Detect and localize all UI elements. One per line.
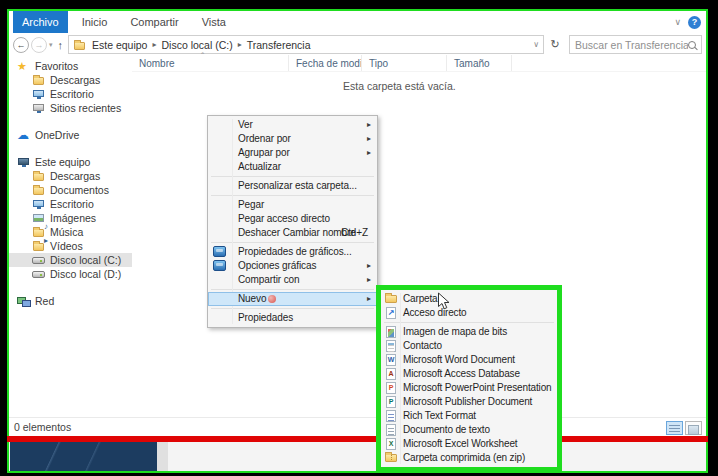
submenu-item-word[interactable]: WMicrosoft Word Document (381, 353, 557, 367)
menu-separator (384, 322, 554, 323)
menu-item-compartir-con[interactable]: Compartir con▸ (208, 273, 377, 287)
expand-ribbon-icon[interactable]: ∨ (674, 17, 681, 27)
status-bar: 0 elementos (9, 417, 706, 437)
sidebar-item-musica[interactable]: ♪Música (9, 225, 132, 239)
up-button[interactable]: ↑ (58, 39, 64, 51)
menu-item-pegar-acceso-directo[interactable]: Pegar acceso directo (208, 212, 377, 226)
help-icon[interactable]: ? (688, 16, 701, 29)
menu-item-opciones-graficas[interactable]: Opciones gráficas▸ (208, 259, 377, 273)
submenu-item-rtf[interactable]: Rich Text Format (381, 409, 557, 423)
breadcrumb-este-equipo[interactable]: Este equipo (92, 39, 147, 51)
view-buttons (666, 421, 702, 435)
navigation-pane: ★Favoritos Descargas Escritorio Sitios r… (9, 56, 132, 417)
submenu-item-acceso-directo[interactable]: ↗Acceso directo (381, 306, 557, 320)
submenu-item-carpeta-comprimida[interactable]: Carpeta comprimida (en zip) (381, 451, 557, 465)
text-document-icon (386, 424, 396, 436)
submenu-item-publisher[interactable]: PMicrosoft Publisher Document (381, 395, 557, 409)
menu-item-agrupar-por[interactable]: Agrupar por▸ (208, 146, 377, 160)
graphics-options-icon (213, 260, 226, 271)
submenu-arrow-icon: ▸ (367, 146, 371, 160)
column-headers: ˆ Nombre Fecha de modifica... Tipo Tamañ… (132, 55, 706, 72)
sidebar-item-onedrive[interactable]: ☁OneDrive (9, 128, 132, 142)
sidebar-item-este-equipo[interactable]: Este equipo (9, 155, 132, 169)
menu-item-nuevo[interactable]: Nuevo▸ (208, 292, 377, 306)
menu-item-actualizar[interactable]: Actualizar (208, 160, 377, 174)
breadcrumb-disco-local-c[interactable]: Disco local (C:) (161, 39, 232, 51)
address-bar: ← → ▾ ↑ Este equipo ▸ Disco local (C:) ▸… (9, 33, 706, 56)
computer-icon (17, 155, 32, 169)
submenu-item-carpeta[interactable]: Carpeta (381, 292, 557, 306)
submenu-arrow-icon: ▸ (367, 118, 371, 132)
drive-icon (32, 267, 47, 281)
zip-folder-icon (385, 454, 397, 462)
desktop-icon (32, 87, 47, 101)
back-button[interactable]: ← (13, 37, 29, 53)
contact-icon (386, 340, 396, 352)
breadcrumb-transferencia[interactable]: Transferencia (247, 39, 311, 51)
sidebar-item-sitios-recientes[interactable]: Sitios recientes (9, 101, 132, 115)
submenu-item-imagen-mapa-bits[interactable]: Imagen de mapa de bits (381, 325, 557, 339)
menu-item-deshacer[interactable]: Deshacer Cambiar nombreCtrl+Z (208, 226, 377, 240)
tab-archivo[interactable]: Archivo (13, 11, 68, 33)
folder-icon (32, 169, 47, 183)
tab-compartir[interactable]: Compartir (121, 11, 187, 33)
videos-folder-icon: ▸ (32, 239, 47, 253)
sidebar-item-disco-local-d[interactable]: Disco local (D:) (9, 267, 132, 281)
submenu-item-excel[interactable]: XMicrosoft Excel Worksheet (381, 437, 557, 451)
ribbon-right-controls: ∨ ? (674, 11, 701, 33)
desktop-divider (157, 442, 168, 471)
submenu-item-contacto[interactable]: Contacto (381, 339, 557, 353)
submenu-item-powerpoint[interactable]: PMicrosoft PowerPoint Presentation (381, 381, 557, 395)
bitmap-image-icon (386, 326, 396, 338)
sidebar-item-documentos[interactable]: Documentos (9, 183, 132, 197)
tab-inicio[interactable]: Inicio (73, 11, 117, 33)
sidebar-item-descargas[interactable]: Descargas (9, 73, 132, 87)
forward-button[interactable]: → (31, 37, 47, 53)
submenu-arrow-icon: ▸ (367, 259, 371, 273)
green-highlight-box: Carpeta ↗Acceso directo Imagen de mapa d… (376, 285, 562, 472)
tab-vista[interactable]: Vista (193, 11, 235, 33)
menu-item-ver[interactable]: Ver▸ (208, 118, 377, 132)
desktop-strip (9, 437, 706, 471)
column-header-tipo[interactable]: Tipo (362, 55, 447, 71)
address-box[interactable]: Este equipo ▸ Disco local (C:) ▸ Transfe… (68, 35, 544, 54)
address-dropdown-icon[interactable]: ∨ (533, 40, 539, 49)
sidebar-item-red[interactable]: Red (9, 294, 132, 308)
breadcrumb-chevron-icon: ▸ (238, 40, 242, 49)
sidebar-item-escritorio[interactable]: Escritorio (9, 87, 132, 101)
submenu-arrow-icon: ▸ (367, 132, 371, 146)
excel-icon: X (386, 438, 396, 450)
menu-separator (211, 176, 374, 177)
menu-item-propiedades[interactable]: Propiedades (208, 311, 377, 325)
context-menu: Ver▸ Ordenar por▸ Agrupar por▸ Actualiza… (207, 115, 378, 328)
menu-item-propiedades-graficos[interactable]: Propiedades de gráficos... (208, 245, 377, 259)
sidebar-item-descargas-2[interactable]: Descargas (9, 169, 132, 183)
menu-separator (211, 242, 374, 243)
menu-item-personalizar[interactable]: Personalizar esta carpeta... (208, 179, 377, 193)
recent-places-icon (32, 101, 47, 115)
search-input[interactable] (575, 39, 688, 51)
sidebar-item-disco-local-c[interactable]: Disco local (C:) (9, 253, 132, 267)
access-icon: A (386, 368, 396, 380)
menu-item-pegar[interactable]: Pegar (208, 198, 377, 212)
submenu-item-documento-texto[interactable]: Documento de texto (381, 423, 557, 437)
search-box (569, 35, 702, 54)
menu-item-ordenar-por[interactable]: Ordenar por▸ (208, 132, 377, 146)
sidebar-item-imagenes[interactable]: Imágenes (9, 211, 132, 225)
red-annotation-line (7, 436, 708, 442)
column-header-fecha[interactable]: Fecha de modifica... (289, 55, 362, 71)
rtf-icon (386, 410, 396, 422)
history-dropdown-icon[interactable]: ▾ (49, 41, 53, 49)
powerpoint-icon: P (386, 382, 396, 394)
desktop-wallpaper (10, 442, 157, 471)
large-icons-view-button[interactable] (685, 421, 702, 435)
sidebar-item-favoritos[interactable]: ★Favoritos (9, 59, 132, 73)
submenu-item-access[interactable]: AMicrosoft Access Database (381, 367, 557, 381)
details-view-button[interactable] (666, 421, 683, 435)
sidebar-item-videos[interactable]: ▸Vídeos (9, 239, 132, 253)
search-icon[interactable] (688, 41, 696, 49)
column-header-nombre[interactable]: Nombre (132, 55, 289, 71)
refresh-icon[interactable]: ↻ (547, 38, 563, 51)
sidebar-item-escritorio-2[interactable]: Escritorio (9, 197, 132, 211)
column-header-tamano[interactable]: Tamaño (447, 55, 512, 71)
